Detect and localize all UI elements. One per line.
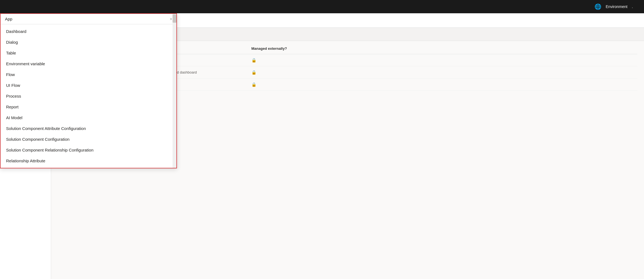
dropdown-item-4[interactable]: Flow: [1, 69, 176, 80]
col-managed-label: Managed externally?: [251, 46, 287, 51]
dropdown-item-2[interactable]: Table: [1, 48, 176, 58]
dropdown-header-chevron-icon: >: [170, 17, 172, 21]
dropdown-item-1[interactable]: Dialog: [1, 37, 176, 48]
lock-icon: 🔒: [251, 58, 257, 62]
lock-icon: 🔒: [251, 82, 257, 87]
environment-label: Environment: [606, 4, 628, 9]
col-header-managed: Managed externally?: [251, 46, 637, 51]
environment-dot: .: [632, 4, 633, 9]
dropdown-item-10[interactable]: Solution Component Configuration: [1, 134, 176, 145]
cell-managed-1: 🔒: [251, 70, 637, 75]
top-bar-right: 🌐 Environment .: [595, 3, 633, 10]
scrollbar[interactable]: [173, 14, 176, 168]
dropdown-item-0[interactable]: Dashboard: [1, 26, 176, 37]
dropdown-item-12[interactable]: Relationship Attribute: [1, 155, 176, 166]
globe-icon: 🌐: [595, 3, 601, 10]
dropdown-header-label: App: [5, 17, 12, 21]
dropdown-item-5[interactable]: UI Flow: [1, 80, 176, 91]
dropdown-item-9[interactable]: Solution Component Attribute Configurati…: [1, 123, 176, 134]
dropdown-item-6[interactable]: Process: [1, 91, 176, 101]
lock-icon: 🔒: [251, 70, 257, 75]
cell-managed-2: 🔒: [251, 82, 637, 87]
dropdown-item-11[interactable]: Solution Component Relationship Configur…: [1, 145, 176, 155]
top-bar: 🌐 Environment .: [0, 0, 644, 13]
dropdown-item-3[interactable]: Environment variable: [1, 58, 176, 69]
dropdown-menu: App > DashboardDialogTableEnvironment va…: [0, 13, 177, 168]
dropdown-item-8[interactable]: AI Model: [1, 112, 176, 123]
dropdown-header: App >: [1, 14, 176, 24]
cell-managed-0: 🔒: [251, 58, 637, 63]
dropdown-items-list: DashboardDialogTableEnvironment variable…: [1, 24, 176, 168]
dropdown-item-7[interactable]: Report: [1, 101, 176, 112]
scrollbar-thumb: [173, 14, 176, 23]
